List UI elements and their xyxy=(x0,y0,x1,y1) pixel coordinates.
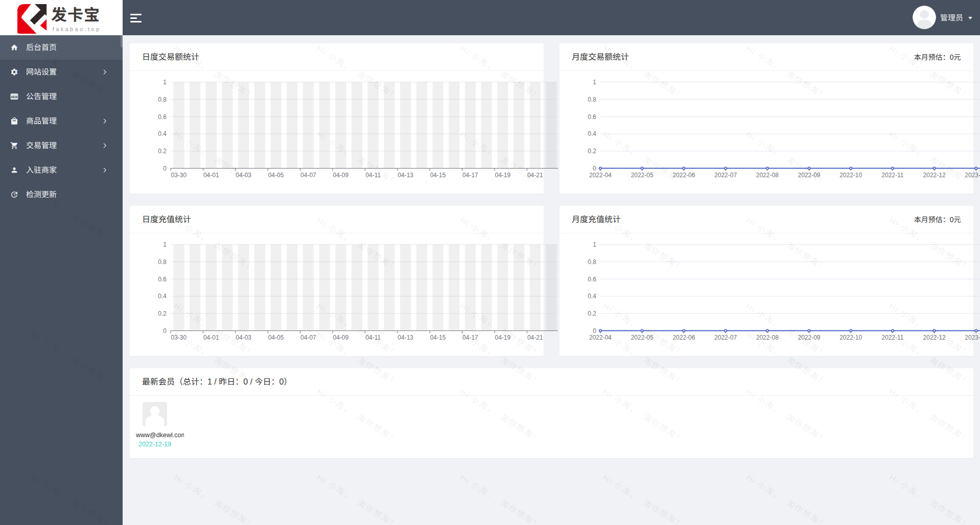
svg-text:04-17: 04-17 xyxy=(462,334,478,341)
svg-text:2023-01: 2023-01 xyxy=(965,334,980,341)
svg-text:0.8: 0.8 xyxy=(158,258,167,265)
svg-text:04-13: 04-13 xyxy=(398,172,413,179)
sidebar: 发卡宝 fakabao.top 后台首页 网站设置 NEW公告管理 商品管理 交… xyxy=(0,0,123,525)
svg-text:2022-12: 2022-12 xyxy=(923,334,946,341)
panel-title: 月度充值统计 xyxy=(572,206,621,233)
chevron-right-icon xyxy=(103,143,107,148)
monthly-recharge-chart[interactable]: 00.20.40.60.812022-042022-052022-062022-… xyxy=(559,234,980,356)
month-estimate: 本月预估：0元 xyxy=(914,43,961,71)
svg-text:NEW: NEW xyxy=(11,96,18,99)
panel-title: 日度充值统计 xyxy=(142,206,191,233)
sidebar-item-label: 商品管理 xyxy=(26,109,57,133)
new-badge-icon: NEW xyxy=(10,93,18,100)
panel-header: 日度交易额统计 xyxy=(130,43,544,71)
svg-text:04-01: 04-01 xyxy=(203,172,219,179)
svg-text:0.4: 0.4 xyxy=(588,293,596,300)
svg-text:1: 1 xyxy=(163,241,167,248)
member-avatar-icon xyxy=(143,402,167,426)
svg-text:1: 1 xyxy=(163,79,167,86)
svg-text:04-05: 04-05 xyxy=(268,172,284,179)
svg-text:2022-11: 2022-11 xyxy=(881,172,903,179)
panel-members: 最新会员（总计：1 / 昨日：0 / 今日：0） www@dkewl.com 2… xyxy=(130,368,973,458)
svg-text:0.2: 0.2 xyxy=(158,310,167,317)
svg-text:2022-07: 2022-07 xyxy=(714,172,737,179)
svg-text:04-11: 04-11 xyxy=(365,172,381,179)
svg-text:04-07: 04-07 xyxy=(300,334,316,341)
svg-text:0.2: 0.2 xyxy=(588,148,596,155)
panel-monthly-trade: 月度交易额统计 本月预估：0元 00.20.40.60.812022-04202… xyxy=(559,43,973,194)
person-icon xyxy=(10,166,18,174)
svg-text:04-19: 04-19 xyxy=(495,172,510,179)
member-date[interactable]: 2022-12-19 xyxy=(131,441,179,448)
sidebar-item-5[interactable]: 入驻商家 xyxy=(0,158,123,182)
svg-text:1: 1 xyxy=(593,241,596,248)
svg-text:04-09: 04-09 xyxy=(333,334,348,341)
panel-header: 月度充值统计 本月预估：0元 xyxy=(559,206,973,233)
sidebar-item-2[interactable]: NEW公告管理 xyxy=(0,84,123,109)
sidebar-item-0[interactable]: 后台首页 xyxy=(0,35,123,60)
svg-text:2022-12: 2022-12 xyxy=(923,172,946,179)
panel-header: 月度交易额统计 本月预估：0元 xyxy=(559,43,973,71)
svg-text:1: 1 xyxy=(593,79,596,86)
svg-text:0.8: 0.8 xyxy=(158,96,167,103)
chevron-right-icon xyxy=(103,69,107,75)
daily-trade-chart[interactable]: 00.20.40.60.8103-3004-0104-0304-0504-070… xyxy=(130,71,558,194)
panel-title: 日度交易额统计 xyxy=(142,43,199,71)
panel-daily-recharge: 日度充值统计 00.20.40.60.8103-3004-0104-0304-0… xyxy=(130,206,544,356)
svg-text:2022-10: 2022-10 xyxy=(839,172,862,179)
svg-text:04-07: 04-07 xyxy=(300,172,316,179)
svg-text:0: 0 xyxy=(593,164,596,172)
svg-text:0.4: 0.4 xyxy=(158,130,167,137)
svg-text:2022-04: 2022-04 xyxy=(589,334,612,341)
svg-text:0.2: 0.2 xyxy=(158,148,167,155)
svg-text:04-19: 04-19 xyxy=(495,334,510,341)
svg-text:0: 0 xyxy=(163,327,167,334)
bag-icon xyxy=(10,117,18,125)
panel-header: 日度充值统计 xyxy=(130,206,544,233)
svg-text:04-21: 04-21 xyxy=(527,172,543,179)
svg-text:04-17: 04-17 xyxy=(462,172,478,179)
sidebar-item-label: 检测更新 xyxy=(26,182,57,207)
menu-toggle-icon[interactable] xyxy=(130,0,151,35)
sidebar-scrollbar-thumb[interactable] xyxy=(121,35,123,47)
svg-text:2022-05: 2022-05 xyxy=(631,172,654,179)
sidebar-item-label: 公告管理 xyxy=(26,84,57,109)
svg-text:04-11: 04-11 xyxy=(365,334,381,341)
panel-header: 最新会员（总计：1 / 昨日：0 / 今日：0） xyxy=(130,368,973,396)
sidebar-item-label: 交易管理 xyxy=(26,133,57,158)
svg-text:0: 0 xyxy=(163,164,167,172)
panel-title: 最新会员（总计：1 / 昨日：0 / 今日：0） xyxy=(142,368,292,396)
update-icon xyxy=(10,190,18,199)
svg-text:0.2: 0.2 xyxy=(588,310,596,317)
user-menu[interactable]: 管理员 xyxy=(940,0,963,35)
logo[interactable]: 发卡宝 fakabao.top xyxy=(0,0,123,35)
panel-daily-trade: 日度交易额统计 00.20.40.60.8103-3004-0104-0304-… xyxy=(130,43,544,194)
svg-text:0.6: 0.6 xyxy=(588,113,596,120)
svg-text:2022-09: 2022-09 xyxy=(798,172,820,179)
monthly-trade-chart[interactable]: 00.20.40.60.812022-042022-052022-062022-… xyxy=(559,71,980,194)
svg-text:04-01: 04-01 xyxy=(203,334,219,341)
svg-text:04-03: 04-03 xyxy=(236,334,251,341)
topbar: 管理员 xyxy=(123,0,980,35)
sidebar-item-3[interactable]: 商品管理 xyxy=(0,109,123,133)
svg-text:2022-09: 2022-09 xyxy=(798,334,820,341)
svg-text:2022-10: 2022-10 xyxy=(839,334,862,341)
sidebar-item-4[interactable]: 交易管理 xyxy=(0,133,123,158)
svg-text:04-05: 04-05 xyxy=(268,334,284,341)
user-avatar[interactable] xyxy=(913,6,936,29)
menu-toggle-bar xyxy=(130,14,142,15)
sidebar-item-6[interactable]: 检测更新 xyxy=(0,182,123,207)
svg-text:2022-06: 2022-06 xyxy=(672,172,695,179)
chevron-right-icon xyxy=(103,118,107,124)
svg-text:04-21: 04-21 xyxy=(527,334,543,341)
svg-text:0.6: 0.6 xyxy=(158,113,167,120)
caret-down-icon xyxy=(968,17,972,19)
svg-text:2022-06: 2022-06 xyxy=(672,334,695,341)
daily-recharge-chart[interactable]: 00.20.40.60.8103-3004-0104-0304-0504-070… xyxy=(130,234,558,356)
member-item[interactable]: www@dkewl.com 2022-12-19 xyxy=(131,402,179,448)
panel-title: 月度交易额统计 xyxy=(572,43,629,71)
gear-icon xyxy=(10,68,18,76)
sidebar-item-label: 网站设置 xyxy=(26,60,57,84)
sidebar-item-1[interactable]: 网站设置 xyxy=(0,60,123,84)
svg-text:04-03: 04-03 xyxy=(236,172,251,179)
